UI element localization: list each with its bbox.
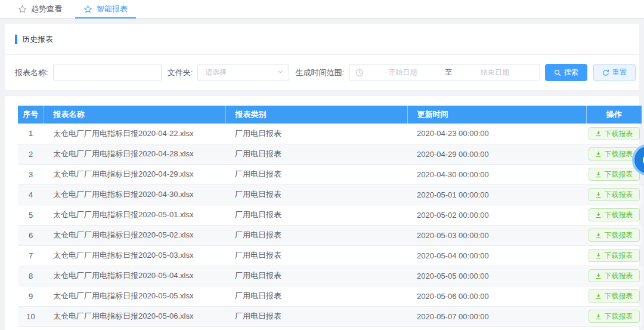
cell-name: 太仓电厂厂用电指标日报2020-04-29.xlsx <box>44 164 225 184</box>
download-icon <box>595 252 602 259</box>
clock-icon <box>355 69 364 77</box>
title-accent-bar <box>15 35 17 44</box>
cell-index: 7 <box>18 245 44 266</box>
report-table-card: 序号 报表名称 报表类别 更新时间 操作 1 太仓电厂厂用电指标日报2020-0… <box>5 96 639 330</box>
cell-updated: 2020-05-02 00:00:00 <box>407 205 586 225</box>
filter-bar: 报表名称: 文件夹: 请选择 生成时间范围: 开始日期 至 结束日期 搜索 <box>5 55 639 90</box>
cell-category: 厂用电日报表 <box>225 306 407 326</box>
download-icon <box>595 192 602 198</box>
date-range-separator: 至 <box>442 67 456 78</box>
cell-name: 太仓电厂厂用电指标日报2020-05-05.xlsx <box>44 286 225 306</box>
cell-index: 9 <box>18 286 44 306</box>
cell-category: 厂用电日报表 <box>225 225 407 245</box>
column-header-index: 序号 <box>18 106 44 124</box>
download-icon <box>595 273 602 279</box>
report-name-label: 报表名称: <box>15 67 48 78</box>
cell-category: 厂用电日报表 <box>225 144 407 164</box>
table-body: 1 太仓电厂厂用电指标日报2020-04-22.xlsx 厂用电日报表 2020… <box>18 124 642 326</box>
cell-updated: 2020-04-30 00:00:00 <box>407 164 586 184</box>
cell-name: 太仓电厂厂用电指标日报2020-04-22.xlsx <box>44 124 225 144</box>
cell-index: 1 <box>18 124 44 144</box>
star-icon <box>83 5 92 14</box>
history-report-card: 历史报表 报表名称: 文件夹: 请选择 生成时间范围: 开始日期 至 结束日期 <box>5 24 639 90</box>
tab-trend-view[interactable]: 趋势查看 <box>7 0 73 18</box>
download-icon <box>595 130 602 137</box>
cell-category: 厂用电日报表 <box>225 286 407 306</box>
column-header-category: 报表类别 <box>225 106 407 124</box>
search-button[interactable]: 搜索 <box>545 64 587 81</box>
reset-button-label: 重置 <box>612 67 627 78</box>
start-date-input[interactable]: 开始日期 <box>364 67 442 78</box>
table-row: 6 太仓电厂厂用电指标日报2020-05-02.xlsx 厂用电日报表 2020… <box>18 225 642 245</box>
chevron-down-icon <box>277 68 284 77</box>
download-button-label: 下载报表 <box>605 313 633 320</box>
download-button-label: 下载报表 <box>605 150 633 158</box>
reset-button[interactable]: 重置 <box>593 64 636 81</box>
download-icon <box>595 293 602 300</box>
table-row: 3 太仓电厂厂用电指标日报2020-04-29.xlsx 厂用电日报表 2020… <box>18 164 642 184</box>
assistant-icon <box>640 152 644 168</box>
download-button-label: 下载报表 <box>605 252 633 259</box>
search-icon <box>554 69 561 76</box>
cell-index: 2 <box>18 144 44 164</box>
tab-smart-report[interactable]: 智能报表 <box>73 0 138 18</box>
download-report-button[interactable]: 下载报表 <box>589 269 640 282</box>
download-button-label: 下载报表 <box>605 211 633 218</box>
search-button-label: 搜索 <box>564 67 578 78</box>
cell-name: 太仓电厂厂用电指标日报2020-05-03.xlsx <box>44 245 225 266</box>
cell-index: 3 <box>18 164 44 184</box>
cell-updated: 2020-05-03 00:00:00 <box>407 225 586 245</box>
time-range-label: 生成时间范围: <box>295 67 344 78</box>
table-row: 10 太仓电厂厂用电指标日报2020-05-06.xlsx 厂用电日报表 202… <box>18 306 642 326</box>
table-header: 序号 报表名称 报表类别 更新时间 操作 <box>18 106 642 124</box>
end-date-input[interactable]: 结束日期 <box>456 67 534 78</box>
page-title: 历史报表 <box>22 34 53 45</box>
download-report-button[interactable]: 下载报表 <box>589 168 640 181</box>
download-button-label: 下载报表 <box>605 272 633 279</box>
tab-label: 智能报表 <box>97 4 128 14</box>
download-report-button[interactable]: 下载报表 <box>589 208 640 221</box>
download-button-label: 下载报表 <box>605 292 633 300</box>
download-icon <box>595 171 602 178</box>
cell-name: 太仓电厂厂用电指标日报2020-04-30.xlsx <box>44 184 225 205</box>
cell-index: 8 <box>18 266 44 286</box>
table-row: 8 太仓电厂厂用电指标日报2020-05-04.xlsx 厂用电日报表 2020… <box>18 266 642 286</box>
cell-updated: 2020-05-07 00:00:00 <box>407 306 586 326</box>
cell-category: 厂用电日报表 <box>225 266 407 286</box>
column-header-action: 操作 <box>586 106 642 124</box>
cell-updated: 2020-05-04 00:00:00 <box>407 245 586 266</box>
cell-category: 厂用电日报表 <box>225 184 407 205</box>
report-table: 序号 报表名称 报表类别 更新时间 操作 1 太仓电厂厂用电指标日报2020-0… <box>18 106 642 327</box>
cell-name: 太仓电厂厂用电指标日报2020-05-06.xlsx <box>44 306 225 326</box>
download-button-label: 下载报表 <box>605 191 633 198</box>
cell-name: 太仓电厂厂用电指标日报2020-05-01.xlsx <box>44 205 225 225</box>
table-row: 2 太仓电厂厂用电指标日报2020-04-28.xlsx 厂用电日报表 2020… <box>18 144 642 164</box>
download-report-button[interactable]: 下载报表 <box>589 188 640 201</box>
refresh-icon <box>602 69 609 76</box>
download-report-button[interactable]: 下载报表 <box>589 310 640 323</box>
cell-index: 10 <box>18 306 44 326</box>
cell-index: 4 <box>18 184 44 205</box>
table-row: 1 太仓电厂厂用电指标日报2020-04-22.xlsx 厂用电日报表 2020… <box>18 124 642 144</box>
cell-updated: 2020-04-29 00:00:00 <box>407 144 586 164</box>
tab-label: 趋势查看 <box>31 4 62 14</box>
download-icon <box>595 212 602 218</box>
folder-placeholder: 请选择 <box>205 67 227 78</box>
cell-category: 厂用电日报表 <box>225 205 407 225</box>
cell-updated: 2020-05-06 00:00:00 <box>407 286 586 306</box>
download-button-label: 下载报表 <box>605 232 633 239</box>
section-title-row: 历史报表 <box>5 24 639 55</box>
cell-updated: 2020-05-01 00:00:00 <box>407 184 586 205</box>
report-name-input[interactable] <box>53 64 162 81</box>
download-report-button[interactable]: 下载报表 <box>589 127 640 140</box>
date-range-picker[interactable]: 开始日期 至 结束日期 <box>349 64 540 81</box>
download-report-button[interactable]: 下载报表 <box>589 289 640 303</box>
download-report-button[interactable]: 下载报表 <box>589 249 640 262</box>
cell-updated: 2020-05-05 00:00:00 <box>407 266 586 286</box>
table-row: 7 太仓电厂厂用电指标日报2020-05-03.xlsx 厂用电日报表 2020… <box>18 245 642 266</box>
column-header-name: 报表名称 <box>44 106 225 124</box>
column-header-updated: 更新时间 <box>407 106 586 124</box>
folder-select[interactable]: 请选择 <box>197 64 289 81</box>
download-report-button[interactable]: 下载报表 <box>589 229 640 242</box>
cell-updated: 2020-04-23 00:00:00 <box>407 124 586 144</box>
